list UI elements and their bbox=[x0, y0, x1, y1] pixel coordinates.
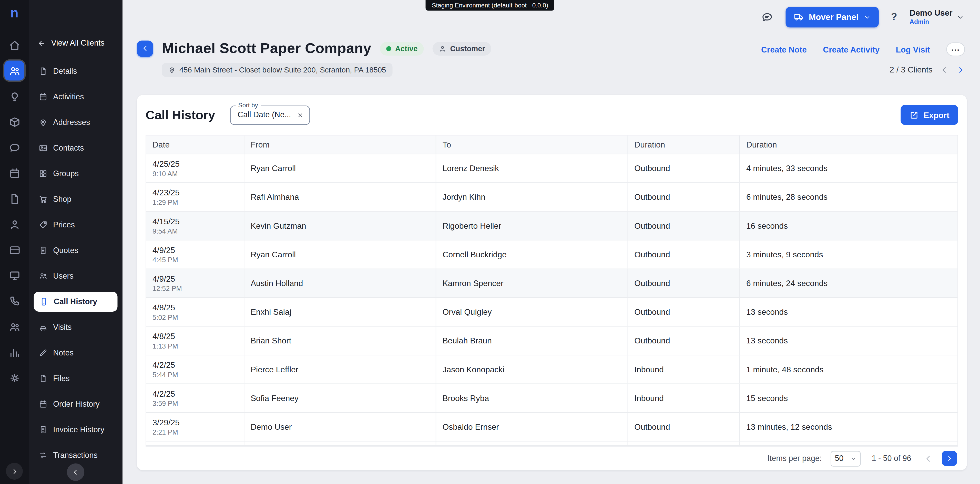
rail-item[interactable] bbox=[4, 368, 24, 388]
cell-date: 3/29/25 2:21 PM bbox=[146, 413, 245, 441]
client-type-badge: Customer bbox=[433, 41, 491, 55]
table-row-partial bbox=[146, 441, 958, 446]
cell-date bbox=[146, 441, 245, 445]
rail-item[interactable] bbox=[4, 291, 24, 311]
call-from: Rafi Almhana bbox=[251, 192, 436, 202]
mover-panel-button[interactable]: Mover Panel bbox=[786, 7, 878, 27]
page-size-select[interactable]: 50 bbox=[830, 451, 861, 467]
sidebar-item[interactable]: Order History bbox=[29, 391, 123, 417]
sidebar-item[interactable]: Files bbox=[29, 365, 123, 391]
previous-client-button[interactable] bbox=[940, 65, 949, 74]
module-rail: n bbox=[0, 0, 29, 484]
table-row[interactable]: 4/2/25 3:59 PM Sofia Feeney Brooks Ryba … bbox=[146, 384, 958, 413]
call-to: Jason Konopacki bbox=[442, 365, 628, 374]
table-row[interactable]: 4/8/25 1:13 PM Brian Short Beulah Braun … bbox=[146, 327, 958, 355]
rail-item[interactable] bbox=[4, 86, 24, 106]
cell-duration: 16 seconds bbox=[740, 212, 958, 240]
sidebar-item[interactable]: Details bbox=[29, 58, 123, 84]
rail-item-icon bbox=[8, 65, 20, 76]
call-date: 4/9/25 bbox=[153, 274, 244, 284]
sidebar-item[interactable]: Visits bbox=[29, 314, 123, 340]
sidebar-item[interactable]: Activities bbox=[29, 84, 123, 109]
call-duration: 16 seconds bbox=[746, 221, 958, 230]
chevron-left-icon bbox=[940, 65, 949, 74]
user-menu[interactable]: Demo User Admin bbox=[910, 9, 964, 25]
help-button[interactable]: ? bbox=[891, 11, 897, 22]
rail-item-icon bbox=[8, 244, 20, 255]
export-button[interactable]: Export bbox=[900, 105, 958, 125]
sidebar-item-icon bbox=[39, 169, 48, 178]
next-client-button[interactable] bbox=[956, 65, 965, 74]
call-time: 4:45 PM bbox=[153, 256, 244, 263]
cell-duration: 4 minutes, 33 seconds bbox=[740, 154, 958, 182]
rail-item[interactable] bbox=[4, 240, 24, 260]
table-row[interactable]: 4/23/25 1:29 PM Rafi Almhana Jordyn Kihn… bbox=[146, 183, 958, 212]
expand-rail-button[interactable] bbox=[6, 463, 23, 480]
rail-item[interactable] bbox=[4, 189, 24, 209]
column-header-label: Date bbox=[153, 140, 170, 149]
clear-sort-icon[interactable] bbox=[296, 111, 304, 118]
rail-item[interactable] bbox=[4, 342, 24, 362]
next-page-button[interactable] bbox=[942, 451, 957, 466]
arrow-left-icon bbox=[37, 39, 46, 47]
sidebar-item[interactable]: Addresses bbox=[29, 109, 123, 135]
chevron-left-icon bbox=[72, 468, 79, 476]
sidebar-item[interactable]: Users bbox=[29, 263, 123, 289]
rail-item[interactable] bbox=[4, 317, 24, 336]
table-row[interactable]: 4/9/25 4:45 PM Ryan Carroll Cornell Buck… bbox=[146, 240, 958, 269]
sidebar-item-icon bbox=[39, 348, 48, 357]
table-row[interactable]: 4/2/25 5:44 PM Pierce Leffler Jason Kono… bbox=[146, 355, 958, 384]
back-button[interactable] bbox=[137, 40, 153, 56]
messages-icon[interactable] bbox=[761, 11, 773, 23]
action-link[interactable]: Log Visit bbox=[896, 44, 930, 54]
rail-item[interactable] bbox=[4, 163, 24, 183]
action-link-label: Create Activity bbox=[823, 44, 880, 54]
table-row[interactable]: 3/29/25 2:21 PM Demo User Osbaldo Ernser… bbox=[146, 413, 958, 441]
sidebar-item[interactable]: Prices bbox=[29, 212, 123, 237]
sidebar-item-label: Order History bbox=[53, 400, 99, 408]
cell-date: 4/8/25 1:13 PM bbox=[146, 327, 245, 355]
table-footer: Items per page: 50 1 - 50 of 96 bbox=[146, 447, 958, 470]
sort-select[interactable]: Sort by Call Date (Ne... bbox=[230, 105, 310, 125]
call-from: Ryan Carroll bbox=[251, 163, 436, 173]
sidebar-item[interactable]: Quotes bbox=[29, 237, 123, 263]
main-content: Mover Panel ? Demo User Admin Michael Sc… bbox=[123, 0, 980, 484]
call-time: 1:13 PM bbox=[153, 342, 244, 349]
rail-item-icon bbox=[8, 39, 20, 51]
action-link[interactable]: Create Note bbox=[761, 44, 807, 54]
sidebar-item[interactable]: Invoice History bbox=[29, 417, 123, 442]
mover-panel-label: Mover Panel bbox=[809, 12, 859, 22]
previous-page-button[interactable] bbox=[924, 454, 933, 463]
sidebar-item-icon bbox=[39, 425, 48, 434]
table-row[interactable]: 4/8/25 5:02 PM Enxhi Salaj Orval Quigley… bbox=[146, 298, 958, 327]
rail-item[interactable] bbox=[4, 35, 24, 55]
rail-item[interactable] bbox=[4, 265, 24, 285]
call-to: Beulah Braun bbox=[442, 336, 628, 346]
sidebar-item[interactable]: Notes bbox=[29, 340, 123, 365]
action-link[interactable]: Create Activity bbox=[823, 44, 880, 54]
table-row[interactable]: 4/25/25 9:10 AM Ryan Carroll Lorenz Dene… bbox=[146, 154, 958, 183]
view-all-clients-link[interactable]: View All Clients bbox=[37, 39, 105, 48]
app-logo[interactable]: n bbox=[10, 6, 18, 21]
chevron-left-icon bbox=[141, 44, 149, 52]
collapse-sidebar-button[interactable] bbox=[67, 463, 84, 481]
sidebar-item[interactable]: Call History bbox=[34, 291, 118, 311]
sidebar-item[interactable]: Contacts bbox=[29, 135, 123, 160]
table-row[interactable]: 4/15/25 9:54 AM Kevin Gutzman Rigoberto … bbox=[146, 212, 958, 240]
more-actions-button[interactable]: ... bbox=[946, 43, 965, 56]
call-history-card: Call History Sort by Call Date (Ne... Ex… bbox=[137, 95, 967, 470]
address-text: 456 Main Street - Closet below Suite 200… bbox=[180, 65, 386, 74]
rail-item[interactable] bbox=[4, 112, 24, 132]
sidebar-item[interactable]: Shop bbox=[29, 186, 123, 212]
chevron-down-icon bbox=[863, 13, 870, 20]
rail-item[interactable] bbox=[4, 214, 24, 234]
cell-to: Orval Quigley bbox=[436, 298, 628, 326]
call-direction: Outbound bbox=[634, 307, 739, 317]
chevron-right-icon bbox=[946, 455, 953, 462]
sidebar-menu: Details Activities Addresses Contacts bbox=[29, 58, 123, 468]
table-row[interactable]: 4/9/25 12:52 PM Austin Holland Kamron Sp… bbox=[146, 269, 958, 298]
rail-item[interactable] bbox=[4, 61, 24, 81]
sidebar-item-icon bbox=[39, 118, 48, 127]
rail-item[interactable] bbox=[4, 138, 24, 157]
sidebar-item[interactable]: Groups bbox=[29, 160, 123, 186]
